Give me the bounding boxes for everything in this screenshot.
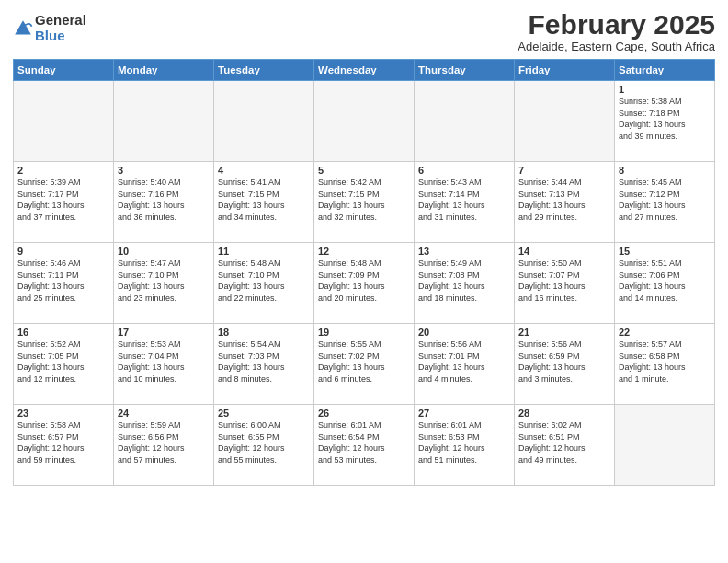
day-info: Sunrise: 6:02 AM Sunset: 6:51 PM Dayligh… [518, 419, 610, 465]
day-cell: 14Sunrise: 5:50 AM Sunset: 7:07 PM Dayli… [515, 243, 615, 324]
logo-text: General Blue [35, 13, 86, 43]
day-cell: 15Sunrise: 5:51 AM Sunset: 7:06 PM Dayli… [615, 243, 715, 324]
day-number: 8 [619, 165, 711, 176]
day-info: Sunrise: 5:46 AM Sunset: 7:11 PM Dayligh… [17, 258, 109, 304]
day-cell: 24Sunrise: 5:59 AM Sunset: 6:56 PM Dayli… [114, 405, 214, 486]
logo-blue: Blue [35, 29, 86, 44]
day-number: 6 [418, 165, 510, 176]
day-number: 22 [619, 327, 711, 338]
title-block: February 2025 Adelaide, Eastern Cape, So… [518, 9, 715, 53]
day-info: Sunrise: 5:47 AM Sunset: 7:10 PM Dayligh… [118, 258, 210, 304]
week-row-1: 2Sunrise: 5:39 AM Sunset: 7:17 PM Daylig… [14, 162, 715, 243]
day-number: 4 [218, 165, 310, 176]
day-number: 25 [218, 408, 310, 419]
logo-general: General [35, 13, 86, 29]
day-cell: 21Sunrise: 5:56 AM Sunset: 6:59 PM Dayli… [515, 324, 615, 405]
day-info: Sunrise: 6:01 AM Sunset: 6:54 PM Dayligh… [318, 419, 410, 465]
day-cell: 26Sunrise: 6:01 AM Sunset: 6:54 PM Dayli… [314, 405, 415, 486]
col-header-thursday: Thursday [415, 60, 515, 81]
day-cell: 20Sunrise: 5:56 AM Sunset: 7:01 PM Dayli… [415, 324, 515, 405]
day-cell [615, 405, 715, 486]
day-cell: 9Sunrise: 5:46 AM Sunset: 7:11 PM Daylig… [14, 243, 114, 324]
day-cell [515, 81, 615, 162]
day-cell: 4Sunrise: 5:41 AM Sunset: 7:15 PM Daylig… [214, 162, 314, 243]
calendar-subtitle: Adelaide, Eastern Cape, South Africa [518, 40, 715, 53]
header-row: SundayMondayTuesdayWednesdayThursdayFrid… [14, 60, 715, 81]
week-row-0: 1Sunrise: 5:38 AM Sunset: 7:18 PM Daylig… [14, 81, 715, 162]
logo-icon [13, 18, 33, 39]
day-info: Sunrise: 5:56 AM Sunset: 7:01 PM Dayligh… [418, 339, 510, 385]
day-number: 11 [218, 246, 310, 257]
day-number: 21 [518, 327, 610, 338]
day-number: 23 [17, 408, 109, 419]
col-header-sunday: Sunday [14, 60, 114, 81]
col-header-tuesday: Tuesday [214, 60, 314, 81]
day-cell: 10Sunrise: 5:47 AM Sunset: 7:10 PM Dayli… [114, 243, 214, 324]
day-cell: 23Sunrise: 5:58 AM Sunset: 6:57 PM Dayli… [14, 405, 114, 486]
page: General Blue February 2025 Adelaide, Eas… [0, 0, 728, 563]
day-cell: 13Sunrise: 5:49 AM Sunset: 7:08 PM Dayli… [415, 243, 515, 324]
day-info: Sunrise: 5:49 AM Sunset: 7:08 PM Dayligh… [418, 258, 510, 304]
day-info: Sunrise: 5:42 AM Sunset: 7:15 PM Dayligh… [318, 177, 410, 223]
day-info: Sunrise: 5:40 AM Sunset: 7:16 PM Dayligh… [118, 177, 210, 223]
day-cell: 25Sunrise: 6:00 AM Sunset: 6:55 PM Dayli… [214, 405, 314, 486]
day-info: Sunrise: 5:45 AM Sunset: 7:12 PM Dayligh… [619, 177, 711, 223]
col-header-wednesday: Wednesday [314, 60, 415, 81]
day-info: Sunrise: 5:50 AM Sunset: 7:07 PM Dayligh… [518, 258, 610, 304]
day-info: Sunrise: 5:43 AM Sunset: 7:14 PM Dayligh… [418, 177, 510, 223]
day-info: Sunrise: 5:41 AM Sunset: 7:15 PM Dayligh… [218, 177, 310, 223]
day-number: 27 [418, 408, 510, 419]
day-info: Sunrise: 5:44 AM Sunset: 7:13 PM Dayligh… [518, 177, 610, 223]
day-cell: 5Sunrise: 5:42 AM Sunset: 7:15 PM Daylig… [314, 162, 415, 243]
day-cell: 28Sunrise: 6:02 AM Sunset: 6:51 PM Dayli… [515, 405, 615, 486]
day-info: Sunrise: 5:57 AM Sunset: 6:58 PM Dayligh… [619, 339, 711, 385]
day-info: Sunrise: 5:39 AM Sunset: 7:17 PM Dayligh… [17, 177, 109, 223]
week-row-4: 23Sunrise: 5:58 AM Sunset: 6:57 PM Dayli… [14, 405, 715, 486]
day-info: Sunrise: 5:59 AM Sunset: 6:56 PM Dayligh… [118, 419, 210, 465]
day-cell: 11Sunrise: 5:48 AM Sunset: 7:10 PM Dayli… [214, 243, 314, 324]
day-cell: 8Sunrise: 5:45 AM Sunset: 7:12 PM Daylig… [615, 162, 715, 243]
day-cell [114, 81, 214, 162]
day-cell [314, 81, 415, 162]
day-cell: 19Sunrise: 5:55 AM Sunset: 7:02 PM Dayli… [314, 324, 415, 405]
day-number: 28 [518, 408, 610, 419]
day-info: Sunrise: 5:58 AM Sunset: 6:57 PM Dayligh… [17, 419, 109, 465]
day-number: 10 [118, 246, 210, 257]
col-header-saturday: Saturday [615, 60, 715, 81]
day-number: 7 [518, 165, 610, 176]
day-info: Sunrise: 5:38 AM Sunset: 7:18 PM Dayligh… [619, 96, 711, 142]
header: General Blue February 2025 Adelaide, Eas… [13, 9, 715, 53]
col-header-monday: Monday [114, 60, 214, 81]
day-number: 2 [17, 165, 109, 176]
day-number: 3 [118, 165, 210, 176]
day-cell: 22Sunrise: 5:57 AM Sunset: 6:58 PM Dayli… [615, 324, 715, 405]
day-info: Sunrise: 5:53 AM Sunset: 7:04 PM Dayligh… [118, 339, 210, 385]
day-number: 15 [619, 246, 711, 257]
day-cell: 16Sunrise: 5:52 AM Sunset: 7:05 PM Dayli… [14, 324, 114, 405]
day-cell: 12Sunrise: 5:48 AM Sunset: 7:09 PM Dayli… [314, 243, 415, 324]
day-info: Sunrise: 5:54 AM Sunset: 7:03 PM Dayligh… [218, 339, 310, 385]
day-number: 20 [418, 327, 510, 338]
col-header-friday: Friday [515, 60, 615, 81]
day-number: 24 [118, 408, 210, 419]
day-info: Sunrise: 5:51 AM Sunset: 7:06 PM Dayligh… [619, 258, 711, 304]
day-number: 9 [17, 246, 109, 257]
day-cell: 1Sunrise: 5:38 AM Sunset: 7:18 PM Daylig… [615, 81, 715, 162]
day-number: 19 [318, 327, 410, 338]
day-cell: 6Sunrise: 5:43 AM Sunset: 7:14 PM Daylig… [415, 162, 515, 243]
calendar-table: SundayMondayTuesdayWednesdayThursdayFrid… [13, 59, 715, 486]
week-row-3: 16Sunrise: 5:52 AM Sunset: 7:05 PM Dayli… [14, 324, 715, 405]
day-number: 14 [518, 246, 610, 257]
day-info: Sunrise: 5:55 AM Sunset: 7:02 PM Dayligh… [318, 339, 410, 385]
day-info: Sunrise: 6:00 AM Sunset: 6:55 PM Dayligh… [218, 419, 310, 465]
day-number: 1 [619, 84, 711, 95]
day-cell: 7Sunrise: 5:44 AM Sunset: 7:13 PM Daylig… [515, 162, 615, 243]
logo: General Blue [13, 13, 86, 43]
day-info: Sunrise: 5:56 AM Sunset: 6:59 PM Dayligh… [518, 339, 610, 385]
day-info: Sunrise: 5:48 AM Sunset: 7:10 PM Dayligh… [218, 258, 310, 304]
day-cell: 3Sunrise: 5:40 AM Sunset: 7:16 PM Daylig… [114, 162, 214, 243]
day-cell [214, 81, 314, 162]
day-number: 13 [418, 246, 510, 257]
day-number: 16 [17, 327, 109, 338]
day-cell: 17Sunrise: 5:53 AM Sunset: 7:04 PM Dayli… [114, 324, 214, 405]
